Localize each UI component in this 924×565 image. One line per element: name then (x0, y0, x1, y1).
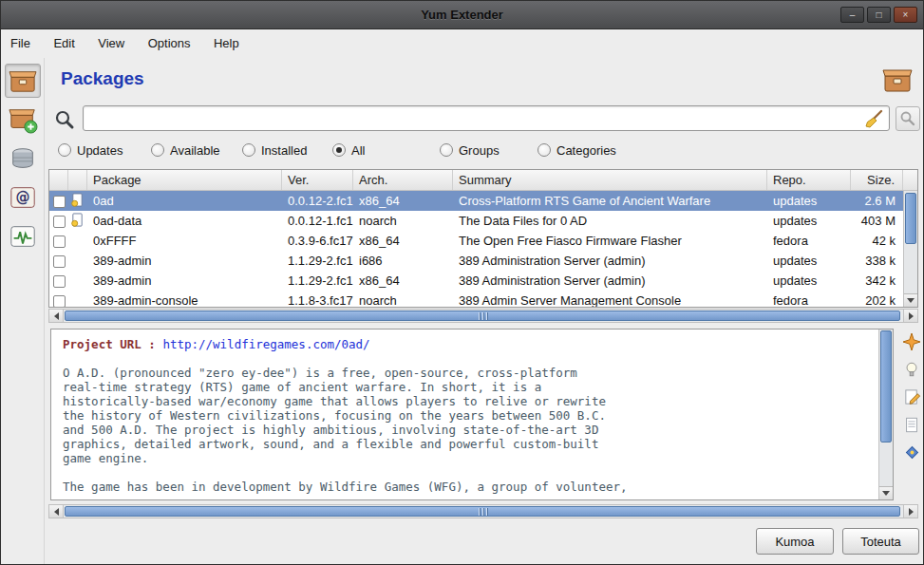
menu-options[interactable]: Options (139, 29, 200, 57)
table-row[interactable]: 389-admin 1.1.29-2.fc17 x86_64 389 Admin… (49, 271, 917, 291)
table-row[interactable]: 0xFFFF 0.3.9-6.fc17 x86_64 The Open Free… (49, 231, 917, 251)
sidebar-item-repositories[interactable]: @ (5, 180, 41, 215)
radio-label: Updates (77, 143, 123, 158)
row-checkbox[interactable] (53, 295, 66, 307)
pkg-summary: 389 Admin Server Management Console (453, 293, 767, 307)
col-header-arch[interactable]: Arch. (353, 170, 453, 190)
row-checkbox[interactable] (53, 196, 66, 208)
menu-edit[interactable]: Edit (44, 29, 84, 57)
scroll-down-arrow[interactable] (904, 293, 917, 307)
scroll-right-arrow[interactable] (903, 310, 917, 322)
radio-all[interactable]: All (332, 141, 365, 159)
maximize-button[interactable]: □ (867, 7, 891, 23)
changelog-pencil-icon[interactable] (901, 386, 922, 407)
col-header-repo[interactable]: Repo. (767, 170, 851, 190)
sidebar-item-pending-actions[interactable] (5, 103, 41, 137)
scrollbar-thumb[interactable] (65, 311, 900, 321)
package-add-icon (8, 105, 38, 134)
description-vertical-scrollbar[interactable] (878, 330, 893, 499)
pkg-version: 1.1.29-2.fc17 (282, 273, 353, 288)
radio-updates[interactable]: Updates (58, 141, 123, 159)
radio-label: All (351, 143, 365, 158)
selection-star-icon[interactable] (901, 331, 922, 352)
bottom-horizontal-scrollbar[interactable] (48, 504, 918, 518)
scroll-down-arrow[interactable] (879, 486, 893, 499)
radio-circle (151, 143, 164, 157)
pkg-size: 403 M (851, 214, 903, 228)
scroll-left-arrow[interactable] (49, 310, 64, 322)
col-header-size[interactable]: Size. (851, 170, 903, 190)
row-cell (49, 293, 68, 307)
pkg-version: 0.0.12-1.fc17 (282, 214, 353, 228)
pkg-summary: 389 Administration Server (admin) (453, 254, 767, 268)
scroll-left-arrow[interactable] (49, 505, 64, 518)
scrollbar-thumb[interactable] (905, 193, 916, 244)
scrollbar-thumb[interactable] (880, 330, 892, 443)
col-header-select[interactable] (49, 170, 68, 190)
scrollbar-thumb[interactable] (65, 506, 900, 517)
col-header-package[interactable]: Package (87, 170, 282, 190)
scrollbar-track[interactable] (64, 505, 903, 518)
pkg-name: 389-admin-console (87, 293, 282, 307)
filelist-page-icon[interactable] (901, 414, 922, 435)
radio-groups[interactable]: Groups (440, 141, 500, 159)
table-horizontal-scrollbar[interactable] (48, 309, 918, 323)
col-header-summary[interactable]: Summary (453, 170, 767, 190)
group-container-icon (9, 144, 37, 173)
sidebar-item-history[interactable] (5, 219, 41, 254)
row-checkbox[interactable] (53, 275, 66, 288)
pkg-version: 1.1.8-3.fc17 (282, 293, 353, 307)
search-options-button[interactable] (896, 106, 920, 131)
radio-installed[interactable]: Installed (242, 141, 307, 159)
col-header-status[interactable] (68, 170, 87, 190)
minimize-button[interactable]: – (840, 7, 864, 23)
dependencies-diamond-icon[interactable] (901, 442, 922, 462)
window-title: Yum Extender (421, 8, 503, 22)
description-bulb-icon[interactable] (901, 359, 922, 380)
clear-search-broom-icon[interactable] (863, 108, 884, 129)
pkg-arch: x86_64 (353, 234, 453, 248)
sidebar-item-groups[interactable] (5, 141, 41, 176)
menu-help[interactable]: Help (204, 29, 249, 57)
pkg-repo: updates (767, 194, 851, 208)
package-description-pane: Project URL : http://wildfiregames.com/0… (50, 329, 894, 500)
row-cell (49, 254, 68, 268)
row-checkbox[interactable] (53, 235, 66, 248)
yum-extender-window: Yum Extender – □ × File Edit View Option… (0, 0, 924, 565)
pkg-version: 0.3.9-6.fc17 (282, 234, 353, 248)
radio-available[interactable]: Available (151, 141, 220, 159)
row-checkbox[interactable] (53, 255, 66, 268)
close-button[interactable]: × (894, 7, 917, 23)
search-input[interactable] (83, 105, 890, 131)
sidebar-item-packages[interactable] (5, 64, 41, 98)
undo-button[interactable]: Kumoa (756, 528, 834, 555)
row-cell (49, 194, 68, 208)
apply-button[interactable]: Toteuta (842, 528, 919, 555)
main-panel: Packages Updates Available Installed All… (45, 58, 924, 565)
pkg-size: 342 k (851, 273, 903, 288)
project-url-link[interactable]: http://wildfiregames.com/0ad/ (162, 337, 369, 351)
radio-circle (440, 143, 453, 157)
table-row[interactable]: 389-admin-console 1.1.8-3.fc17 noarch 38… (49, 291, 917, 307)
radio-label: Groups (459, 143, 500, 158)
table-row[interactable]: 0ad 0.0.12-2.fc17 x86_64 Cross-Platform … (49, 191, 917, 211)
pkg-arch: x86_64 (353, 194, 453, 208)
pkg-arch: noarch (353, 293, 453, 307)
titlebar[interactable]: Yum Extender – □ × (1, 1, 923, 29)
row-cell (49, 214, 68, 228)
radio-label: Categories (556, 143, 616, 158)
package-update-icon (70, 193, 85, 207)
radio-categories[interactable]: Categories (537, 141, 616, 159)
menu-file[interactable]: File (1, 29, 40, 57)
table-row[interactable]: 0ad-data 0.0.12-1.fc17 noarch The Data F… (49, 211, 917, 231)
table-vertical-scrollbar[interactable] (903, 191, 917, 307)
row-checkbox[interactable] (53, 216, 66, 228)
scrollbar-track[interactable] (64, 310, 903, 322)
menu-view[interactable]: View (88, 29, 134, 57)
col-header-version[interactable]: Ver. (282, 170, 353, 190)
table-row[interactable]: 389-admin 1.1.29-2.fc17 i686 389 Adminis… (49, 251, 917, 271)
scroll-right-arrow[interactable] (903, 505, 917, 518)
menubar: File Edit View Options Help (1, 29, 923, 58)
search-icon (54, 109, 75, 134)
pkg-size: 2.6 M (851, 194, 903, 208)
